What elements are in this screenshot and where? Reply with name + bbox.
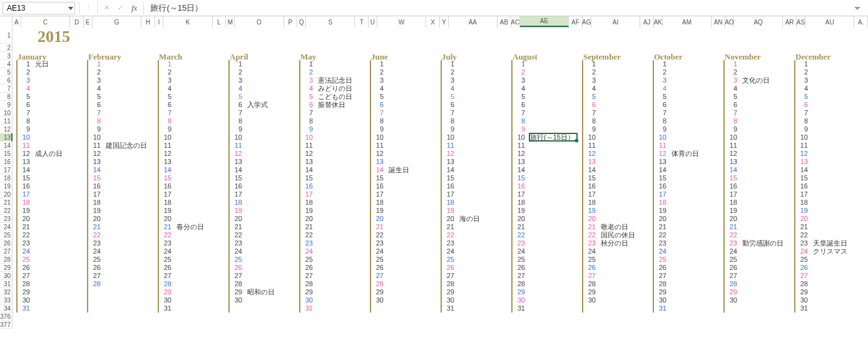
day-number[interactable]: 23 bbox=[300, 239, 315, 247]
day-number[interactable]: 15 bbox=[654, 174, 669, 182]
day-number[interactable]: 26 bbox=[159, 264, 174, 272]
day-number[interactable]: 13 bbox=[159, 158, 174, 166]
column-header[interactable]: AI bbox=[591, 16, 640, 28]
row-header[interactable]: 19 bbox=[0, 182, 13, 190]
row-header[interactable]: 20 bbox=[0, 190, 13, 199]
column-header[interactable]: O bbox=[235, 16, 283, 28]
event-label[interactable]: 建国記念の日 bbox=[106, 142, 147, 150]
day-number[interactable]: 24 bbox=[18, 247, 33, 256]
day-number[interactable]: 24 bbox=[371, 247, 386, 256]
day-number[interactable]: 25 bbox=[300, 256, 315, 264]
day-number[interactable]: 20 bbox=[371, 215, 386, 223]
event-label[interactable]: 入学式 bbox=[247, 101, 268, 109]
day-number[interactable]: 4 bbox=[442, 85, 457, 93]
row-header[interactable]: 34 bbox=[0, 304, 13, 313]
day-number[interactable]: 27 bbox=[583, 272, 598, 280]
day-number[interactable]: 28 bbox=[442, 280, 457, 288]
day-number[interactable]: 20 bbox=[18, 215, 33, 223]
column-header[interactable]: AJ bbox=[640, 16, 654, 28]
row-header[interactable]: 28 bbox=[0, 256, 13, 264]
day-number[interactable]: 25 bbox=[88, 256, 103, 264]
day-number[interactable]: 11 bbox=[654, 142, 669, 150]
day-number[interactable]: 29 bbox=[583, 288, 598, 296]
day-number[interactable]: 19 bbox=[795, 207, 810, 215]
day-number[interactable]: 26 bbox=[583, 264, 598, 272]
day-number[interactable]: 20 bbox=[795, 215, 810, 223]
day-number[interactable]: 22 bbox=[725, 231, 740, 239]
day-number[interactable]: 11 bbox=[300, 142, 315, 150]
event-label[interactable]: 昭和の日 bbox=[247, 288, 275, 296]
day-number[interactable]: 30 bbox=[725, 296, 740, 304]
day-number[interactable]: 8 bbox=[442, 117, 457, 125]
day-number[interactable]: 21 bbox=[300, 223, 315, 231]
day-number[interactable]: 19 bbox=[513, 207, 528, 215]
row-header[interactable]: 376 bbox=[0, 313, 13, 321]
day-number[interactable]: 31 bbox=[513, 304, 528, 313]
day-number[interactable]: 3 bbox=[513, 76, 528, 85]
day-number[interactable]: 4 bbox=[654, 85, 669, 93]
day-number[interactable]: 26 bbox=[300, 264, 315, 272]
day-number[interactable]: 10 bbox=[795, 133, 810, 142]
day-number[interactable]: 1 bbox=[725, 60, 740, 68]
day-number[interactable]: 27 bbox=[300, 272, 315, 280]
day-number[interactable]: 8 bbox=[371, 117, 386, 125]
day-number[interactable]: 30 bbox=[795, 296, 810, 304]
day-number[interactable]: 2 bbox=[795, 68, 810, 76]
event-label[interactable]: クリスマス bbox=[813, 247, 847, 256]
day-number[interactable]: 9 bbox=[795, 125, 810, 133]
day-number[interactable]: 28 bbox=[583, 280, 598, 288]
day-number[interactable]: 3 bbox=[88, 76, 103, 85]
day-number[interactable]: 6 bbox=[725, 101, 740, 109]
day-number[interactable]: 7 bbox=[18, 109, 33, 117]
column-header[interactable]: L bbox=[213, 16, 227, 28]
row-header[interactable]: 24 bbox=[0, 223, 13, 231]
day-number[interactable]: 13 bbox=[654, 158, 669, 166]
name-box[interactable] bbox=[3, 3, 66, 14]
day-number[interactable]: 22 bbox=[442, 231, 457, 239]
day-number[interactable]: 6 bbox=[583, 101, 598, 109]
day-number[interactable]: 3 bbox=[300, 76, 315, 85]
day-number[interactable]: 5 bbox=[442, 93, 457, 101]
day-number[interactable]: 1 bbox=[583, 60, 598, 68]
day-number[interactable]: 27 bbox=[795, 272, 810, 280]
day-number[interactable]: 31 bbox=[795, 304, 810, 313]
event-label[interactable]: こどもの日 bbox=[318, 93, 352, 101]
day-number[interactable]: 31 bbox=[18, 304, 33, 313]
day-number[interactable]: 16 bbox=[230, 182, 245, 190]
day-number[interactable]: 1 bbox=[442, 60, 457, 68]
day-number[interactable]: 25 bbox=[795, 256, 810, 264]
column-header[interactable]: AS bbox=[797, 16, 805, 28]
day-number[interactable]: 15 bbox=[795, 174, 810, 182]
day-number[interactable]: 8 bbox=[725, 117, 740, 125]
column-header[interactable]: AM bbox=[663, 16, 712, 28]
day-number[interactable]: 22 bbox=[513, 231, 528, 239]
day-number[interactable]: 8 bbox=[300, 117, 315, 125]
column-header[interactable]: T bbox=[355, 16, 369, 28]
day-number[interactable]: 17 bbox=[725, 190, 740, 199]
day-number[interactable]: 13 bbox=[371, 158, 386, 166]
day-number[interactable]: 19 bbox=[371, 207, 386, 215]
day-number[interactable]: 15 bbox=[230, 174, 245, 182]
day-number[interactable]: 21 bbox=[795, 223, 810, 231]
column-header[interactable]: H bbox=[141, 16, 155, 28]
day-number[interactable]: 10 bbox=[654, 133, 669, 142]
day-number[interactable]: 2 bbox=[513, 68, 528, 76]
day-number[interactable]: 29 bbox=[654, 288, 669, 296]
day-number[interactable]: 11 bbox=[583, 142, 598, 150]
grid-area[interactable]: 1234567891011121314151617181920212223242… bbox=[0, 28, 868, 362]
day-number[interactable]: 13 bbox=[795, 158, 810, 166]
day-number[interactable]: 17 bbox=[442, 190, 457, 199]
event-label[interactable]: 文化の日 bbox=[742, 76, 770, 85]
day-number[interactable]: 26 bbox=[654, 264, 669, 272]
day-number[interactable]: 21 bbox=[159, 223, 174, 231]
event-label[interactable]: みどりの日 bbox=[318, 85, 352, 93]
day-number[interactable]: 4 bbox=[18, 85, 33, 93]
day-number[interactable]: 2 bbox=[159, 68, 174, 76]
row-header[interactable]: 16 bbox=[0, 158, 13, 166]
day-number[interactable]: 19 bbox=[583, 207, 598, 215]
day-number[interactable]: 21 bbox=[583, 223, 598, 231]
day-number[interactable]: 12 bbox=[442, 150, 457, 158]
day-number[interactable]: 23 bbox=[18, 239, 33, 247]
row-header[interactable]: 25 bbox=[0, 231, 13, 239]
day-number[interactable]: 22 bbox=[88, 231, 103, 239]
